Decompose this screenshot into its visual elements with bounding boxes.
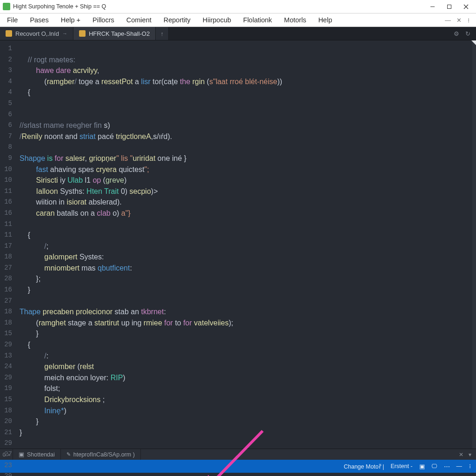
code-line: [20, 438, 476, 449]
x-icon[interactable]: ✕: [456, 17, 462, 24]
line-number: 11: [0, 230, 16, 241]
line-number: 29: [0, 372, 16, 383]
line-number: 29: [0, 339, 16, 350]
line-number-gutter: 1234456678910101116161111171827281627181…: [0, 40, 16, 449]
pencil-icon: ✎: [66, 451, 71, 457]
code-line: Thape precaben prolecionor stab an tkbrn…: [20, 306, 476, 317]
line-number: 6: [0, 120, 16, 131]
code-line: }: [20, 328, 476, 339]
line-number: 28: [0, 273, 16, 284]
code-line: (ramghet stage a startirut up ing rmiee …: [20, 317, 476, 329]
menu-hiirpocub[interactable]: Hiirpocub: [197, 13, 237, 26]
code-line: gelomber (relst: [20, 361, 476, 372]
code-line: wiition in isiorat abslerad).: [20, 197, 476, 208]
line-number: 10: [0, 175, 16, 186]
panel-label: hteprofInCa8/SAp.orm ): [73, 451, 135, 458]
close-panel-icon[interactable]: ✕: [459, 451, 463, 458]
code-line: }: [20, 284, 476, 296]
line-number: 24: [0, 361, 16, 372]
folder-icon: [79, 30, 86, 37]
status-icon-4[interactable]: —: [456, 463, 463, 469]
code-line: Drickybrocksions ;: [20, 394, 476, 405]
line-number: 16: [0, 284, 16, 296]
code-content[interactable]: // rogt maetes: hawe dare acrvilyy, (ram…: [16, 40, 476, 449]
menu-motorls[interactable]: Motorls: [278, 13, 312, 26]
status-erstent[interactable]: Erstent -: [390, 463, 412, 469]
code-line: [20, 142, 476, 153]
code-line: meich encion loyer: RIP): [20, 372, 476, 383]
tab-recovort[interactable]: Recovort O,.lníd →: [0, 27, 73, 40]
line-number: 3: [0, 65, 16, 76]
line-number: 18: [0, 251, 16, 263]
line-number: 19: [0, 383, 16, 394]
refresh-icon[interactable]: ↻: [465, 30, 470, 37]
menu-flolationk[interactable]: Flolationk: [237, 13, 278, 26]
status-icon-3[interactable]: ⋯: [444, 463, 450, 470]
status-icon-2[interactable]: 🖵: [431, 463, 437, 469]
menu-reportity[interactable]: Reportity: [158, 13, 197, 26]
window-title: Hight Surpohing Tenole + Ship == Q: [13, 3, 106, 10]
editor-tabstrip: Recovort O,.lníd → HFRCK Tape-Shall-O2 ↑…: [0, 27, 476, 40]
close-button[interactable]: [457, 0, 474, 13]
line-number: 23: [0, 460, 16, 471]
menu-file[interactable]: File: [1, 13, 24, 26]
line-number: 10: [0, 164, 16, 175]
menu-pillocrs[interactable]: Pillocrs: [86, 13, 120, 26]
folder-icon: [6, 30, 12, 37]
tab-hfrck[interactable]: HFRCK Tape-Shall-O2: [73, 27, 156, 40]
line-number: 18: [0, 405, 16, 416]
line-number: 15: [0, 394, 16, 405]
line-number: 6: [0, 109, 16, 120]
code-line: /;: [20, 241, 476, 252]
code-editor[interactable]: 1234456678910101116161111171827281627181…: [0, 40, 476, 449]
menu-comient[interactable]: Comient: [120, 13, 158, 26]
square-icon: ▣: [19, 451, 24, 458]
line-number: 4: [0, 87, 16, 98]
bottom-panel-tabs: 0 > ▣ Shottendai ✎ hteprofInCa8/SAp.orm …: [0, 449, 476, 460]
line-number: 11: [0, 186, 16, 197]
line-number: 11: [0, 219, 16, 230]
code-line: {: [20, 339, 476, 350]
code-line: /Renily noont and striat pacé trigctlone…: [20, 131, 476, 142]
line-number: 16: [0, 197, 16, 208]
code-line: {: [20, 230, 476, 241]
line-number: 15: [0, 328, 16, 339]
dash-icon[interactable]: —: [445, 17, 451, 24]
chevron-down-icon[interactable]: ▾: [469, 451, 471, 458]
code-line: [20, 98, 476, 109]
line-number: 29: [0, 471, 16, 476]
code-line: /:: [20, 350, 476, 362]
tab-label: HFRCK Tape-Shall-O2: [89, 30, 150, 37]
panel-hteprof[interactable]: ✎ hteprofInCa8/SAp.orm ): [61, 449, 141, 460]
code-line: [20, 219, 476, 230]
status-icon-5[interactable]: ⫶: [469, 463, 471, 469]
menu-help-plus[interactable]: Help +: [55, 13, 86, 26]
line-number: 9: [0, 153, 16, 164]
window-titlebar: Hight Surpohing Tenole + Ship == Q: [0, 0, 476, 13]
code-line: mniombert mas qbutficent:: [20, 263, 476, 274]
maximize-button[interactable]: [441, 0, 457, 13]
code-line: galompert Systes:: [20, 251, 476, 263]
status-icon-1[interactable]: ▣: [419, 463, 425, 470]
menubar: File Pases Help + Pillocrs Comient Repor…: [0, 13, 476, 27]
code-line: Ininẹ*): [20, 405, 476, 416]
line-number: 29: [0, 438, 16, 449]
minimize-button[interactable]: [424, 0, 441, 13]
bars-icon[interactable]: ⫶: [467, 17, 470, 24]
statusbar: Change Motor̃ | Erstent - ▣ 🖵 ⋯ — ⫶: [0, 460, 476, 473]
scrollbar-vertical[interactable]: [472, 40, 476, 449]
app-icon: [3, 3, 10, 10]
line-number: 17: [0, 241, 16, 252]
status-change-motor[interactable]: Change Motor̃ |: [344, 463, 384, 470]
gear-icon[interactable]: ⚙: [454, 30, 459, 37]
menu-pases[interactable]: Pases: [24, 13, 54, 26]
panel-shottendai[interactable]: ▣ Shottendai: [13, 449, 61, 460]
line-number: 27: [0, 449, 16, 460]
svg-rect-1: [447, 5, 451, 8]
menu-help[interactable]: Help: [312, 13, 338, 26]
code-line: {: [20, 87, 476, 98]
code-line: [20, 43, 476, 54]
tab-label: Recovort O,.lníd: [15, 30, 59, 37]
tab-up-arrow[interactable]: ↑: [156, 27, 169, 40]
line-number: 13: [0, 350, 16, 362]
